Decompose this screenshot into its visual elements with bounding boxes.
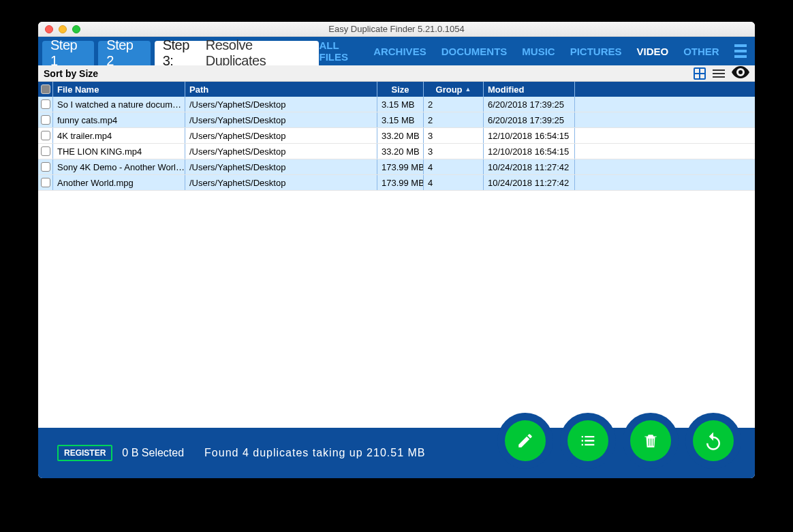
cell-spacer <box>575 97 755 112</box>
cell-size: 33.20 MB <box>377 144 424 159</box>
titlebar: Easy Duplicate Finder 5.21.0.1054 <box>38 22 755 37</box>
table-row[interactable]: THE LION KING.mp4/Users/YaphetS/Desktop3… <box>38 144 755 159</box>
cell-size: 173.99 MB <box>377 159 424 174</box>
edit-button[interactable] <box>505 420 546 461</box>
cell-filename: Another World.mpg <box>53 175 185 190</box>
cell-size: 3.15 MB <box>377 97 424 112</box>
table-body: So I watched a nature docum…/Users/Yaphe… <box>38 97 755 428</box>
grid-view-icon[interactable] <box>694 67 706 80</box>
tab-step3-label: Step 3: <box>163 37 202 69</box>
filter-archives[interactable]: ARCHIVES <box>373 46 426 57</box>
cell-spacer <box>575 112 755 127</box>
table-row[interactable]: funny cats.mp4/Users/YaphetS/Desktop3.15… <box>38 112 755 128</box>
cell-filename: THE LION KING.mp4 <box>53 144 185 159</box>
table-row[interactable]: Sony 4K Demo - Another Worl…/Users/Yaphe… <box>38 159 755 175</box>
cell-group: 4 <box>424 175 484 190</box>
cell-modified: 6/20/2018 17:39:25 <box>484 112 575 127</box>
cell-path: /Users/YaphetS/Desktop <box>185 144 377 159</box>
filter-other[interactable]: OTHER <box>683 46 719 57</box>
column-group-label: Group <box>436 84 463 95</box>
table-row[interactable]: 4K trailer.mp4/Users/YaphetS/Desktop33.2… <box>38 128 755 144</box>
cell-group: 3 <box>424 128 484 143</box>
cell-modified: 12/10/2018 16:54:15 <box>484 128 575 143</box>
cell-filename: funny cats.mp4 <box>53 112 185 127</box>
cell-path: /Users/YaphetS/Desktop <box>185 128 377 143</box>
selected-text: 0 B Selected <box>122 447 184 459</box>
cell-filename: 4K trailer.mp4 <box>53 128 185 143</box>
eye-icon[interactable] <box>732 66 749 80</box>
sort-arrow-icon: ▲ <box>465 86 471 93</box>
cell-size: 3.15 MB <box>377 112 424 127</box>
undo-button[interactable] <box>693 420 734 461</box>
row-checkbox[interactable] <box>38 97 53 112</box>
filter-video[interactable]: VIDEO <box>637 46 669 57</box>
cell-group: 4 <box>424 159 484 174</box>
row-checkbox[interactable] <box>38 112 53 127</box>
cell-size: 173.99 MB <box>377 175 424 190</box>
sort-label: Sort by Size <box>44 68 98 79</box>
sort-bar: Sort by Size <box>38 65 755 82</box>
row-checkbox[interactable] <box>38 175 53 190</box>
cell-filename: Sony 4K Demo - Another Worl… <box>53 159 185 174</box>
row-checkbox[interactable] <box>38 128 53 143</box>
cell-size: 33.20 MB <box>377 128 424 143</box>
top-toolbar: Step 1 Step 2 Step 3: Resolve Duplicates… <box>38 37 755 65</box>
menu-icon[interactable] <box>734 44 747 58</box>
table-header: File Name Path Size Group▲ Modified <box>38 82 755 97</box>
filter-pictures[interactable]: PICTURES <box>570 46 622 57</box>
cell-group: 3 <box>424 144 484 159</box>
tab-step1[interactable]: Step 1 <box>42 41 94 65</box>
tab-step3[interactable]: Step 3: Resolve Duplicates <box>155 41 320 65</box>
cell-path: /Users/YaphetS/Desktop <box>185 97 377 112</box>
cell-group: 2 <box>424 97 484 112</box>
row-checkbox[interactable] <box>38 144 53 159</box>
cell-spacer <box>575 159 755 174</box>
column-spacer <box>575 82 755 97</box>
cell-path: /Users/YaphetS/Desktop <box>185 112 377 127</box>
column-group[interactable]: Group▲ <box>424 82 484 97</box>
window-title: Easy Duplicate Finder 5.21.0.1054 <box>38 24 755 34</box>
list-button[interactable] <box>567 420 608 461</box>
column-size[interactable]: Size <box>377 82 424 97</box>
tab-step2[interactable]: Step 2 <box>98 41 150 65</box>
table-row[interactable]: So I watched a nature docum…/Users/Yaphe… <box>38 97 755 112</box>
cell-spacer <box>575 175 755 190</box>
footer-bar: REGISTER 0 B Selected Found 4 duplicates… <box>38 428 755 478</box>
column-path[interactable]: Path <box>185 82 377 97</box>
cell-spacer <box>575 144 755 159</box>
cell-spacer <box>575 128 755 143</box>
filter-music[interactable]: MUSIC <box>522 46 555 57</box>
delete-button[interactable] <box>630 420 671 461</box>
cell-modified: 6/20/2018 17:39:25 <box>484 97 575 112</box>
table-row[interactable]: Another World.mpg/Users/YaphetS/Desktop1… <box>38 175 755 191</box>
column-checkbox[interactable] <box>38 82 53 97</box>
cell-group: 2 <box>424 112 484 127</box>
cell-modified: 12/10/2018 16:54:15 <box>484 144 575 159</box>
cell-path: /Users/YaphetS/Desktop <box>185 159 377 174</box>
column-filename[interactable]: File Name <box>53 82 185 97</box>
found-text: Found 4 duplicates taking up 210.51 MB <box>204 447 425 459</box>
filter-all-files[interactable]: ALL FILES <box>319 40 358 63</box>
app-window: Easy Duplicate Finder 5.21.0.1054 Step 1… <box>38 22 755 478</box>
tab-step3-subtitle: Resolve Duplicates <box>206 37 311 69</box>
filter-documents[interactable]: DOCUMENTS <box>441 46 508 57</box>
list-view-icon[interactable] <box>713 69 725 78</box>
cell-path: /Users/YaphetS/Desktop <box>185 175 377 190</box>
register-button[interactable]: REGISTER <box>57 445 112 461</box>
cell-filename: So I watched a nature docum… <box>53 97 185 112</box>
cell-modified: 10/24/2018 11:27:42 <box>484 159 575 174</box>
row-checkbox[interactable] <box>38 159 53 174</box>
cell-modified: 10/24/2018 11:27:42 <box>484 175 575 190</box>
column-modified[interactable]: Modified <box>484 82 575 97</box>
